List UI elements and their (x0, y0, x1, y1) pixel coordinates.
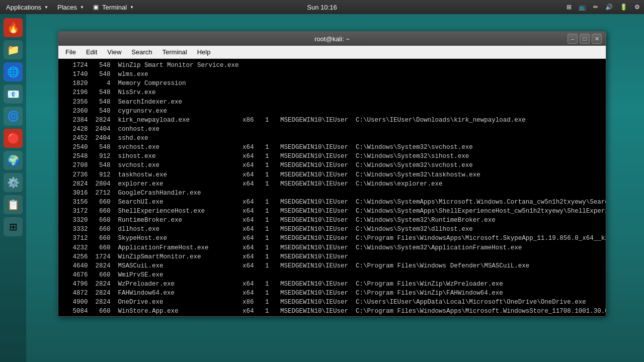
taskbar-right: ⊞ 📺 ✏ 🔊 🔋 ⚙ (565, 3, 642, 12)
minimize-button[interactable]: – (568, 34, 578, 44)
taskbar: Applications ▼ Places ▼ ▣ Terminal ▼ Sun… (0, 0, 644, 14)
terminal-menu[interactable]: ▣ Terminal ▼ (89, 3, 138, 12)
prompt-line: meterpreter > (61, 316, 603, 317)
applications-menu[interactable]: Applications ▼ (2, 3, 52, 12)
terminal-title: root@kali: ~ (314, 35, 350, 43)
maximize-button[interactable]: □ (580, 34, 590, 44)
menu-view[interactable]: View (102, 47, 126, 57)
sidebar-icon-5[interactable]: 🔴 (4, 129, 23, 148)
terminal-cursor (112, 316, 116, 317)
sidebar-icon-0[interactable]: 🔥 (4, 18, 23, 37)
places-menu[interactable]: Places ▼ (53, 3, 88, 12)
sidebar-icon-9[interactable]: ⊞ (4, 217, 23, 236)
sidebar-icon-2[interactable]: 🌐 (4, 62, 23, 81)
terminal-body[interactable]: 1724 548 WinZip Smart Monitor Service.ex… (58, 59, 606, 316)
close-button[interactable]: ✕ (592, 34, 602, 44)
menu-edit[interactable]: Edit (81, 47, 102, 57)
menu-bar: File Edit View Search Terminal Help (58, 46, 606, 59)
system-icon[interactable]: ⚙ (632, 3, 642, 12)
window-controls: – □ ✕ (568, 34, 602, 44)
prompt-text: meterpreter > (61, 316, 111, 317)
sidebar-icon-1[interactable]: 📁 (4, 40, 23, 59)
applications-arrow: ▼ (44, 5, 48, 10)
sidebar-icon-6[interactable]: 🌍 (4, 151, 23, 170)
sidebar-icon-4[interactable]: 🌀 (4, 107, 23, 126)
places-arrow: ▼ (80, 5, 84, 10)
menu-help[interactable]: Help (192, 47, 216, 57)
terminal-icon: ▣ (93, 4, 99, 11)
terminal-label: Terminal (102, 4, 127, 11)
terminal-titlebar: root@kali: ~ – □ ✕ (58, 32, 606, 46)
network-icon[interactable]: ⊞ (565, 3, 574, 12)
pen-icon[interactable]: ✏ (591, 3, 600, 12)
volume-icon[interactable]: 🔊 (603, 3, 615, 12)
menu-file[interactable]: File (60, 47, 81, 57)
battery-icon[interactable]: 🔋 (618, 3, 629, 12)
sidebar-icon-7[interactable]: ⚙️ (4, 173, 23, 192)
taskbar-clock: Sun 10:16 (307, 4, 337, 11)
places-label: Places (57, 4, 77, 11)
sidebar-icon-3[interactable]: 📧 (4, 84, 23, 104)
display-icon[interactable]: 📺 (577, 3, 588, 12)
sidebar: 🔥 📁 🌐 📧 🌀 🔴 🌍 ⚙️ 📋 ⊞ (0, 14, 26, 362)
applications-label: Applications (6, 4, 41, 11)
datetime-display: Sun 10:16 (307, 4, 337, 11)
terminal-output: 1724 548 WinZip Smart Monitor Service.ex… (61, 61, 603, 316)
taskbar-left: Applications ▼ Places ▼ ▣ Terminal ▼ (2, 3, 138, 12)
terminal-window: root@kali: ~ – □ ✕ File Edit View Search… (58, 31, 606, 317)
sidebar-icon-8[interactable]: 📋 (4, 195, 23, 214)
menu-terminal[interactable]: Terminal (157, 47, 192, 57)
menu-search[interactable]: Search (126, 47, 157, 57)
terminal-arrow: ▼ (130, 5, 134, 10)
